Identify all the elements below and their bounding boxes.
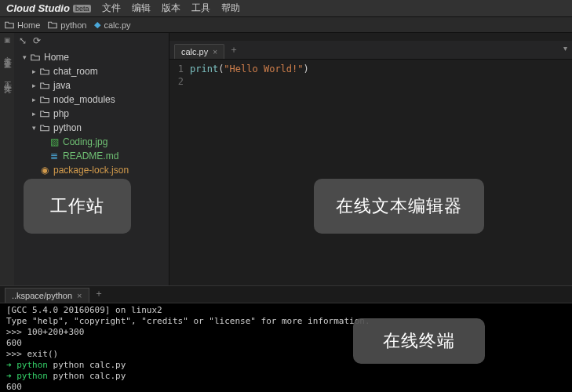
folder-open-icon	[30, 53, 41, 62]
terminal-tab-label: ..kspace/python	[12, 291, 72, 300]
tree-folder[interactable]: ▸ php	[17, 107, 166, 121]
code-token-fn: print	[190, 64, 218, 74]
tree-label: chat_room	[53, 66, 98, 77]
menu-tool[interactable]: 工具	[191, 2, 210, 15]
code-token-str: "Hello World!"	[224, 64, 303, 74]
tree-label: Coding.jpg	[63, 136, 107, 147]
crumb-folder-label: python	[60, 20, 86, 30]
folder-icon	[48, 20, 57, 30]
term-cmd: python calc.py	[48, 371, 126, 381]
line-number: 1	[169, 63, 190, 75]
editor-tab-label: calc.py	[181, 47, 208, 56]
menubar: Cloud Studio beta 文件 编辑 版本 工具 帮助	[0, 0, 572, 17]
chevron-right-icon: ▸	[30, 110, 38, 118]
editor-area: calc.py × ＋ ▾ 1 print("Hello World!") 2	[169, 33, 572, 285]
terminal[interactable]: [GCC 5.4.0 20160609] on linux2 Type "hel…	[0, 303, 572, 392]
chevron-right-icon: ▸	[30, 67, 38, 75]
tree-file[interactable]: ▧ Coding.jpg	[17, 135, 166, 149]
crumb-home[interactable]: Home	[5, 20, 40, 30]
chevron-down-icon: ▾	[20, 53, 28, 61]
menu-edit[interactable]: 编辑	[132, 2, 151, 15]
folder-icon	[39, 109, 50, 118]
folder-icon	[39, 81, 50, 90]
python-icon: ◆	[94, 20, 100, 30]
tree-folder[interactable]: ▸ java	[17, 78, 166, 93]
chevron-right-icon: ▸	[30, 96, 38, 103]
json-icon: ◉	[39, 165, 50, 176]
folder-open-icon	[39, 123, 50, 132]
terminal-tabs: ..kspace/python × ＋	[0, 286, 572, 303]
tree-label: package-lock.json	[53, 165, 129, 176]
activity-dot-icon: ▣	[4, 61, 11, 69]
new-tab-button[interactable]: ＋	[224, 41, 243, 59]
term-line: ➜ python python calc.py	[6, 371, 566, 382]
tree-label: README.md	[63, 151, 118, 162]
explorer-toolbar: ⤡ ⟳	[14, 33, 169, 49]
term-line: >>> exit()	[6, 349, 566, 360]
activity-bar: ▣ 文件夹 ▣ 工作文件	[0, 33, 14, 285]
term-line: >>> 100+200+300	[6, 327, 566, 338]
tree-root[interactable]: ▾ Home	[17, 50, 166, 64]
term-line: 600	[6, 382, 566, 392]
term-line: 600	[6, 338, 566, 349]
editor-tab[interactable]: calc.py ×	[174, 44, 224, 59]
beta-badge: beta	[73, 5, 92, 13]
breadcrumb: Home python ◆ calc.py	[0, 17, 572, 33]
code-line: 2	[169, 75, 572, 88]
menu-version[interactable]: 版本	[162, 2, 180, 15]
crumb-folder[interactable]: python	[48, 20, 86, 30]
code-editor[interactable]: 1 print("Hello World!") 2	[169, 60, 572, 88]
activity-tab-workfiles[interactable]: 工作文件	[2, 75, 13, 82]
tree-folder[interactable]: ▸ chat_room	[17, 64, 166, 78]
terminal-tab[interactable]: ..kspace/python ×	[5, 288, 89, 303]
editor-tabs: calc.py × ＋	[169, 41, 572, 60]
activity-dot-icon: ▣	[4, 36, 11, 44]
tree-label: java	[53, 80, 71, 91]
crumb-file[interactable]: ◆ calc.py	[94, 20, 130, 30]
tree-root-label: Home	[44, 52, 69, 63]
tree-label: php	[53, 108, 69, 119]
brand: Cloud Studio	[6, 2, 70, 14]
image-icon: ▧	[49, 136, 60, 147]
code-line: 1 print("Hello World!")	[169, 63, 572, 75]
term-line: ➜ python python calc.py	[6, 360, 566, 371]
tree-folder[interactable]: ▸ node_modules	[17, 93, 166, 107]
chevron-down-icon[interactable]: ▾	[563, 44, 567, 53]
folder-icon	[39, 95, 50, 104]
menu-help[interactable]: 帮助	[221, 2, 240, 15]
term-line: Type "help", "copyright", "credits" or "…	[6, 316, 566, 327]
tree-file[interactable]: ◉ package-lock.json	[17, 163, 166, 177]
tree-label: python	[53, 122, 82, 133]
menu-file[interactable]: 文件	[102, 2, 121, 15]
refresh-icon[interactable]: ⟳	[33, 35, 41, 46]
tree-label: node_modules	[53, 94, 115, 105]
close-icon[interactable]: ×	[77, 291, 82, 300]
chevron-right-icon: ▸	[30, 82, 38, 89]
file-tree: ▾ Home ▸ chat_room ▸ java ▸ node_modules	[14, 49, 169, 180]
folder-icon	[39, 67, 50, 76]
explorer: ⤡ ⟳ ▾ Home ▸ chat_room ▸ java ▸	[14, 33, 169, 285]
code-token-punc: )	[304, 64, 309, 74]
tree-file[interactable]: ≣ README.md	[17, 149, 166, 163]
crumb-file-label: calc.py	[104, 20, 130, 30]
prompt-path: python	[16, 371, 48, 381]
line-number: 2	[169, 75, 190, 88]
terminal-panel: ..kspace/python × ＋ [GCC 5.4.0 20160609]…	[0, 285, 572, 392]
activity-tab-files[interactable]: 文件夹	[2, 50, 13, 55]
folder-icon	[5, 20, 14, 30]
term-line: [GCC 5.4.0 20160609] on linux2	[6, 305, 566, 316]
close-icon[interactable]: ×	[213, 48, 217, 56]
markdown-icon: ≣	[49, 151, 60, 162]
prompt-path: python	[16, 360, 48, 370]
prompt-arrow-icon: ➜	[6, 371, 16, 381]
prompt-arrow-icon: ➜	[6, 360, 16, 370]
tree-folder[interactable]: ▾ python	[17, 121, 166, 135]
term-cmd: python calc.py	[48, 360, 126, 370]
new-terminal-button[interactable]: ＋	[89, 285, 108, 303]
crumb-home-label: Home	[17, 20, 40, 30]
chevron-down-icon: ▾	[30, 124, 38, 132]
collapse-icon[interactable]: ⤡	[19, 35, 27, 46]
